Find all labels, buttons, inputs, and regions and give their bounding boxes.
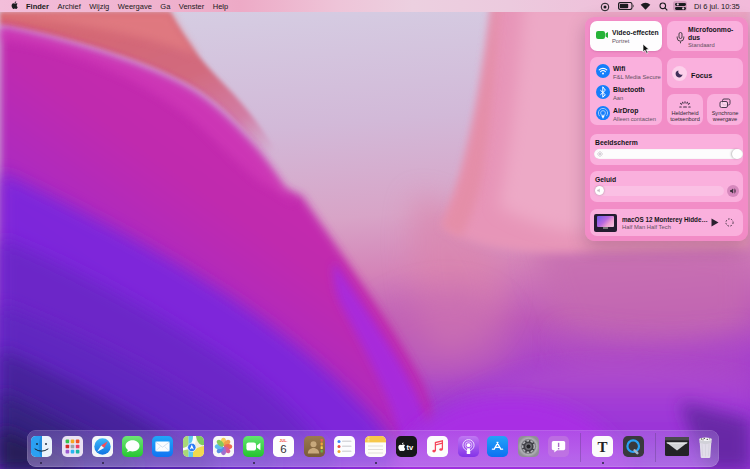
svg-text:T: T [597, 439, 607, 455]
svg-text:tv: tv [406, 443, 414, 452]
svg-text:6: 6 [280, 443, 286, 455]
